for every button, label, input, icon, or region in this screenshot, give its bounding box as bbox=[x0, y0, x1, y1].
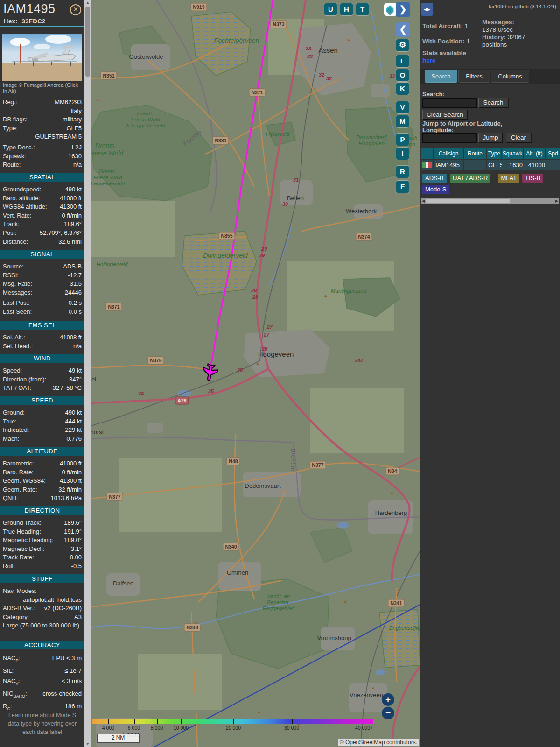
data-row: Baro. Rate:0 ft/min bbox=[3, 468, 82, 477]
map-button-v[interactable]: V bbox=[396, 101, 409, 113]
data-row: Ground:490 kt bbox=[3, 409, 82, 417]
stats-here-link[interactable]: here bbox=[422, 57, 436, 64]
jump-input[interactable] bbox=[422, 133, 477, 143]
osm-link[interactable]: OpenStreetMap bbox=[345, 739, 385, 746]
map-button-o[interactable]: O bbox=[396, 69, 409, 81]
map-button-m[interactable]: M bbox=[396, 115, 409, 127]
search-button[interactable]: Search bbox=[478, 98, 508, 108]
map-button-r[interactable]: R bbox=[396, 166, 409, 178]
data-row: Geom. WGS84:41300 ft bbox=[3, 477, 82, 486]
version-link[interactable]: tar1090 on github (3.14.1724) bbox=[489, 4, 556, 9]
data-row: Distance:32.6 nmi bbox=[3, 238, 82, 247]
column-header-Spd[interactable]: Spd bbox=[546, 148, 560, 159]
badge-tis-b[interactable]: TIS-B bbox=[522, 174, 543, 183]
data-row: Baro. altitude:41000 ft bbox=[3, 194, 82, 203]
map-button-t[interactable]: T bbox=[356, 3, 369, 15]
data-row: NACV:< 3 m/s bbox=[3, 676, 82, 689]
clear-button[interactable]: Clear bbox=[506, 133, 531, 143]
column-header-Route[interactable]: Route bbox=[464, 148, 486, 159]
map-button-i[interactable]: I bbox=[396, 148, 409, 160]
map-canvas[interactable]: OosterwoldeAssenBeilenWesterborkHoogevee… bbox=[91, 0, 420, 747]
map-button-p[interactable]: P bbox=[396, 134, 409, 146]
aircraft-photo[interactable] bbox=[2, 34, 82, 81]
callsign-link[interactable]: IAM1495 bbox=[435, 162, 460, 169]
jump-button[interactable]: Jump bbox=[478, 133, 503, 143]
column-header-flag[interactable] bbox=[421, 148, 433, 159]
callsign-title: IAM1495 bbox=[3, 2, 56, 16]
data-row: autopilot,alt_hold,tcas bbox=[3, 596, 82, 605]
section-header-stuff: STUFF bbox=[0, 574, 84, 583]
panel-width-toggle[interactable]: ◀▶ bbox=[421, 3, 433, 16]
history-count: History: 32067positions bbox=[482, 34, 557, 49]
data-row: Barometric:41000 ft bbox=[3, 459, 82, 468]
tab-columns[interactable]: Columns bbox=[491, 70, 529, 83]
table-cell: 1630 bbox=[502, 160, 525, 170]
map-button-f[interactable]: F bbox=[396, 181, 409, 193]
cell-callsign[interactable]: IAM1495 bbox=[434, 160, 463, 170]
search-input[interactable] bbox=[422, 98, 477, 108]
road-badge-n34: N34 bbox=[385, 467, 399, 475]
layers-button[interactable] bbox=[384, 3, 397, 16]
data-row: Squawk:1630 bbox=[3, 152, 82, 161]
data-row: True Heading:191.9° bbox=[3, 528, 82, 536]
data-row: SIL:≤ 1e-7 bbox=[3, 666, 82, 676]
stats-available: Stats availablehere bbox=[422, 49, 466, 64]
section-rows: Sel. Alt.:41008 ftSel. Head.:n/a bbox=[3, 333, 82, 351]
tab-filters[interactable]: Filters bbox=[458, 70, 490, 83]
messages-rate: Messages:1378.0/sec bbox=[482, 19, 557, 34]
badge-uatads-r[interactable]: UAT / ADS-R bbox=[450, 174, 490, 183]
column-header-Alt. (ft)[interactable]: Alt. (ft) bbox=[524, 148, 545, 159]
close-icon[interactable]: ✕ bbox=[70, 4, 81, 15]
sidebar-scrollbar[interactable]: ▲ ▼ bbox=[84, 0, 91, 747]
badge-ads-b[interactable]: ADS-B bbox=[422, 174, 447, 183]
data-row: Sel. Alt.:41008 ft bbox=[3, 333, 82, 342]
table-cell bbox=[464, 160, 486, 170]
map-button-l[interactable]: L bbox=[396, 55, 409, 67]
table-cell: 41000 bbox=[524, 160, 547, 170]
data-row: Messages:24446 bbox=[3, 289, 82, 297]
section-header-speed: SPEED bbox=[0, 396, 84, 405]
column-header-Callsign[interactable]: Callsign bbox=[434, 148, 463, 159]
section-header-altitude: ALTITUDE bbox=[0, 447, 84, 456]
badge-mlat[interactable]: MLAT bbox=[498, 174, 519, 183]
scrollbar-thumb[interactable] bbox=[85, 7, 90, 77]
clear-search-button[interactable]: Clear Search bbox=[422, 110, 468, 120]
zoom-out-button[interactable]: − bbox=[382, 707, 394, 719]
panel-expand-button[interactable]: ❯ bbox=[396, 2, 410, 17]
badge-mode-s[interactable]: Mode-S bbox=[422, 185, 449, 194]
data-row: Indicated:229 kt bbox=[3, 426, 82, 435]
colorbar-tick bbox=[134, 719, 135, 724]
scroll-down-icon[interactable]: ▼ bbox=[84, 741, 91, 747]
data-row: WGS84 altitude:41300 ft bbox=[3, 203, 82, 211]
column-header-Type[interactable]: Type bbox=[487, 148, 501, 159]
aircraft-list-panel: ◀▶ tar1090 on github (3.14.1724) Total A… bbox=[420, 0, 560, 747]
data-row: Type:GLF5 bbox=[3, 124, 82, 133]
photo-caption: Image © Fumagalli Andrea (Click In Air) bbox=[3, 82, 82, 94]
colorbar-tick bbox=[108, 719, 109, 724]
data-row: Speed:49 kt bbox=[3, 366, 82, 375]
settings-gear-icon[interactable]: ⚙ bbox=[396, 39, 409, 51]
hscroll-thumb[interactable] bbox=[426, 199, 510, 203]
map-drawing bbox=[91, 0, 420, 747]
road-badge-n48: N48 bbox=[226, 458, 240, 465]
aircraft-icon[interactable] bbox=[202, 363, 219, 381]
scroll-up-icon[interactable]: ▲ bbox=[84, 0, 91, 6]
table-hscrollbar[interactable]: ◀ ▶ bbox=[421, 198, 559, 204]
scroll-left-icon[interactable]: ◀ bbox=[421, 198, 426, 204]
aircraft-info-rows: Reg.:MM62293ItalyDB flags:militaryType:G… bbox=[3, 98, 82, 169]
data-row: Groundspeed:490 kt bbox=[3, 185, 82, 194]
data-row: DB flags:military bbox=[3, 115, 82, 124]
zoom-in-button[interactable]: + bbox=[382, 693, 394, 706]
registration-link[interactable]: MM62293 bbox=[55, 99, 82, 106]
map-button-k[interactable]: K bbox=[396, 83, 409, 95]
column-header-Squawk[interactable]: Squawk bbox=[502, 148, 523, 159]
jump-label: Jump to Airport or Latitude, bbox=[422, 120, 502, 127]
panel-collapse-button[interactable]: ❮ bbox=[396, 22, 410, 37]
scroll-right-icon[interactable]: ▶ bbox=[554, 198, 559, 204]
map-button-h[interactable]: H bbox=[340, 3, 353, 15]
tab-search[interactable]: Search bbox=[425, 70, 457, 83]
map-button-u[interactable]: U bbox=[324, 3, 337, 15]
colorbar-label: 8 000 bbox=[151, 725, 163, 731]
data-row: Sel. Head.:n/a bbox=[3, 342, 82, 351]
data-row: Roll:-0.5 bbox=[3, 562, 82, 571]
